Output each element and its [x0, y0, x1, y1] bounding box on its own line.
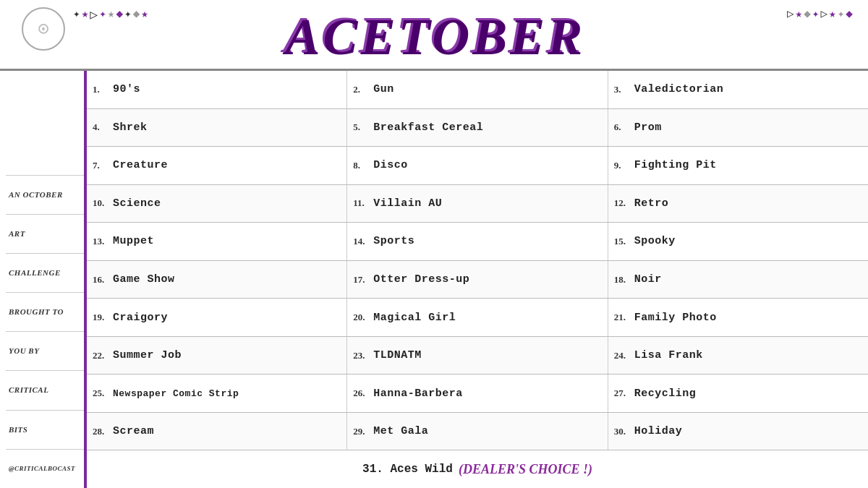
sidebar-an-october: An October — [6, 176, 84, 215]
deco-r-3: ◆ — [804, 7, 811, 22]
cell-21: 21. Family Photo — [608, 299, 868, 336]
deco-star-3: ✦ — [99, 7, 106, 25]
deco-r-1: ▷ — [787, 7, 794, 22]
cell-16: 16. Game Show — [87, 261, 347, 299]
main-content: An October Art Challenge Brought To You … — [0, 71, 868, 488]
sidebar-art: Art — [6, 215, 84, 254]
cell-31: 31. Aces Wild (DEALER'S CHOICE !) — [87, 450, 868, 488]
table-row: 25. Newspaper Comic Strip 26. Hanna-Barb… — [87, 374, 868, 413]
table-row: 10. Science 11. Villain AU 12. Retro — [87, 185, 868, 223]
cell-10: 10. Science — [87, 185, 347, 223]
grid-area: 1. 90's 2. Gun 3. Valedictorian 4. Shrek — [87, 71, 868, 488]
page-container: ⊙ ✦ ★ ▷ ✦ ★ ◆ ✦ ◆ ★ ACETOBER ▷ ★ ◆ ✦ ▷ ★… — [0, 0, 868, 488]
cell-17: 17. Otter Dress-up — [347, 261, 608, 299]
cell-25: 25. Newspaper Comic Strip — [87, 374, 347, 412]
logo: ⊙ — [22, 7, 65, 51]
cell-3: 3. Valedictorian — [608, 71, 868, 108]
deco-star-7: ◆ — [133, 7, 140, 25]
table-row: 4. Shrek 5. Breakfast Cereal 6. Prom — [87, 109, 868, 147]
sidebar-bits: Bits — [6, 411, 84, 450]
table-row-last: 31. Aces Wild (DEALER'S CHOICE !) — [87, 450, 868, 488]
cell-12: 12. Retro — [608, 185, 868, 223]
deco-star-1: ✦ — [73, 7, 80, 25]
deco-r-7: ✦ — [838, 7, 845, 22]
cell-11: 11. Villain AU — [347, 185, 608, 223]
cell-13: 13. Muppet — [87, 223, 347, 260]
cell-18: 18. Noir — [608, 261, 868, 299]
deco-r-6: ★ — [829, 7, 836, 22]
deco-star-6: ✦ — [124, 7, 132, 25]
cell-8: 8. Disco — [347, 147, 608, 184]
deco-star-8: ★ — [141, 7, 148, 25]
deco-star-5: ◆ — [116, 7, 123, 25]
cell-23: 23. TLDNATM — [347, 337, 608, 374]
deco-star-4: ★ — [108, 7, 115, 25]
table-row: 22. Summer Job 23. TLDNATM 24. Lisa Fran… — [87, 337, 868, 375]
cell-9: 9. Fighting Pit — [608, 147, 868, 184]
deco-r-4: ✦ — [812, 7, 820, 22]
cell-5: 5. Breakfast Cereal — [347, 109, 608, 147]
cell-7: 7. Creature — [87, 147, 347, 184]
table-row: 1. 90's 2. Gun 3. Valedictorian — [87, 71, 868, 109]
table-row: 16. Game Show 17. Otter Dress-up 18. Noi… — [87, 261, 868, 299]
cell-14: 14. Sports — [347, 223, 608, 260]
cell-24: 24. Lisa Frank — [608, 337, 868, 374]
table-row: 13. Muppet 14. Sports 15. Spooky — [87, 223, 868, 261]
header: ⊙ ✦ ★ ▷ ✦ ★ ◆ ✦ ◆ ★ ACETOBER ▷ ★ ◆ ✦ ▷ ★… — [0, 0, 868, 71]
sidebar-empty — [6, 71, 84, 176]
cell-29: 29. Met Gala — [347, 413, 608, 450]
cell-19: 19. Craigory — [87, 299, 347, 336]
title-area: ACETOBER — [284, 6, 584, 66]
table-row: 19. Craigory 20. Magical Girl 21. Family… — [87, 299, 868, 337]
sidebar-you-by: You By — [6, 332, 84, 371]
sidebar-critical: Critical — [6, 371, 84, 410]
sidebar: An October Art Challenge Brought To You … — [0, 71, 87, 488]
deco-r-5: ▷ — [820, 7, 827, 22]
cell-6: 6. Prom — [608, 109, 868, 147]
cell-28: 28. Scream — [87, 413, 347, 450]
cell-2: 2. Gun — [347, 71, 608, 108]
deco-star-2: ★ — [82, 7, 89, 25]
deco-arrow-1: ▷ — [90, 7, 98, 25]
cell-4: 4. Shrek — [87, 109, 347, 147]
sidebar-challenge: Challenge — [6, 254, 84, 293]
cell-22: 22. Summer Job — [87, 337, 347, 374]
sidebar-brought-to: Brought To — [6, 293, 84, 332]
sidebar-handle: @CriticalBoCast — [6, 450, 84, 488]
cell-20: 20. Magical Girl — [347, 299, 608, 336]
cell-15: 15. Spooky — [608, 223, 868, 260]
deco-r-2: ★ — [796, 7, 803, 22]
table-row: 7. Creature 8. Disco 9. Fighting Pit — [87, 147, 868, 185]
cell-27: 27. Recycling — [608, 374, 868, 412]
cell-30: 30. Holiday — [608, 413, 868, 450]
table-row: 28. Scream 29. Met Gala 30. Holiday — [87, 413, 868, 451]
cell-1: 1. 90's — [87, 71, 347, 108]
cell-26: 26. Hanna-Barbera — [347, 374, 608, 412]
deco-r-8: ◆ — [846, 7, 853, 22]
page-title: ACETOBER — [284, 6, 584, 66]
